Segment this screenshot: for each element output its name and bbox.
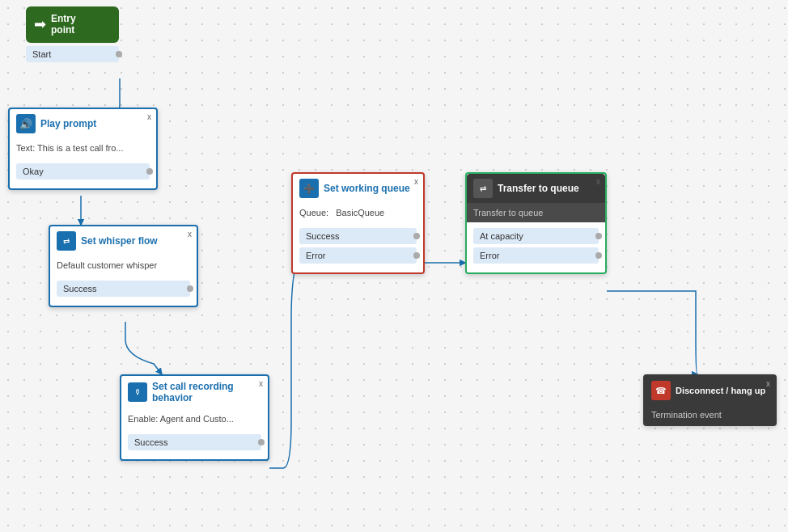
transfer-close[interactable]: x — [596, 177, 600, 186]
set-queue-body: Queue: BasicQueue — [293, 203, 423, 222]
set-whisper-output-success[interactable]: Success — [57, 281, 190, 297]
disconnect-text: Termination event — [651, 410, 769, 420]
set-recording-text: Enable: Agent and Custo... — [128, 414, 261, 424]
disconnect-icon: ☎ — [651, 381, 671, 400]
transfer-to-queue-node: ⇄ Transfer to queue x Transfer to queue … — [465, 172, 607, 274]
set-whisper-body: Default customer whisper — [50, 255, 197, 275]
set-whisper-flow-node: ⇄ Set whisper flow x Default customer wh… — [49, 225, 198, 307]
play-prompt-body: Text: This is a test call fro... — [10, 138, 156, 158]
set-queue-output-error[interactable]: Error — [299, 247, 417, 264]
transfer-title: Transfer to queue — [498, 183, 579, 194]
disconnect-body: Termination event — [645, 405, 775, 424]
play-prompt-title: Play prompt — [40, 118, 96, 129]
set-working-queue-node: ➕ Set working queue x Queue: BasicQueue … — [291, 172, 425, 274]
play-prompt-node: 🔊 Play prompt x Text: This is a test cal… — [8, 108, 158, 190]
set-queue-close[interactable]: x — [414, 177, 418, 186]
set-recording-header: 🎙 Set call recording behavior x — [121, 376, 268, 409]
transfer-text: Transfer to queue — [473, 208, 599, 217]
play-prompt-text: Text: This is a test call fro... — [16, 143, 150, 153]
entry-title: Entry point — [51, 13, 76, 36]
transfer-icon: ⇄ — [473, 179, 493, 198]
set-recording-close[interactable]: x — [259, 379, 263, 388]
transfer-output-at-capacity[interactable]: At capacity — [473, 228, 599, 244]
set-whisper-header: ⇄ Set whisper flow x — [50, 226, 197, 255]
disconnect-title: Disconnect / hang up — [676, 385, 765, 396]
set-queue-body-value: BasicQueue — [336, 208, 384, 217]
set-recording-body: Enable: Agent and Custo... — [121, 409, 268, 429]
set-whisper-title: Set whisper flow — [81, 235, 158, 247]
entry-start-output[interactable]: Start — [26, 46, 119, 62]
set-queue-title: Set working queue — [324, 183, 410, 194]
play-prompt-output-okay[interactable]: Okay — [16, 163, 150, 179]
play-prompt-header: 🔊 Play prompt x — [10, 109, 156, 138]
set-recording-output-success[interactable]: Success — [128, 434, 261, 450]
set-recording-title: Set call recording behavior — [152, 381, 261, 404]
play-prompt-close[interactable]: x — [147, 112, 151, 121]
set-recording-icon: 🎙 — [128, 382, 147, 402]
set-queue-body-label: Queue: — [299, 208, 328, 217]
set-queue-header: ➕ Set working queue x — [293, 174, 423, 203]
transfer-body: Transfer to queue — [467, 203, 605, 222]
set-whisper-close[interactable]: x — [188, 230, 192, 239]
disconnect-close[interactable]: x — [766, 379, 770, 388]
set-queue-output-success[interactable]: Success — [299, 228, 417, 244]
set-whisper-icon: ⇄ — [57, 231, 76, 251]
disconnect-hangup-node: ☎ Disconnect / hang up x Termination eve… — [643, 374, 777, 426]
entry-icon: ➡ — [34, 15, 46, 33]
transfer-header: ⇄ Transfer to queue x — [467, 174, 605, 203]
set-queue-icon: ➕ — [299, 179, 319, 198]
entry-point-node: ➡ Entry point Start — [26, 6, 119, 62]
set-recording-node: 🎙 Set call recording behavior x Enable: … — [120, 374, 269, 461]
set-whisper-text: Default customer whisper — [57, 260, 190, 270]
transfer-output-error[interactable]: Error — [473, 247, 599, 264]
entry-point-header: ➡ Entry point — [26, 6, 119, 43]
play-prompt-icon: 🔊 — [16, 114, 36, 133]
disconnect-header: ☎ Disconnect / hang up x — [645, 376, 775, 405]
